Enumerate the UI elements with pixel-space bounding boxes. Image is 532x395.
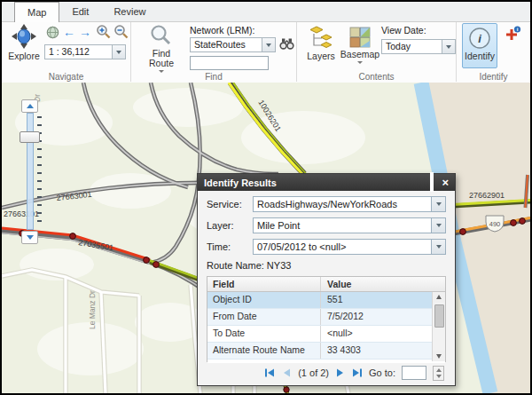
view-date-combobox[interactable]: Today bbox=[381, 39, 456, 54]
identify-results-dialog: Identify Results × Service: RoadsHighway… bbox=[197, 173, 456, 386]
binoculars-icon[interactable] bbox=[279, 37, 294, 54]
service-combobox[interactable]: RoadsHighways/NewYorkRoads bbox=[253, 196, 446, 212]
tab-edit[interactable]: Edit bbox=[59, 3, 101, 21]
app-window: Map Edit Review bbox=[0, 0, 532, 395]
last-page-icon[interactable] bbox=[352, 367, 363, 378]
goto-page-input[interactable] bbox=[402, 366, 426, 380]
goto-label: Go to: bbox=[369, 367, 395, 378]
route-label: 27035501 bbox=[78, 238, 114, 252]
svg-text:i: i bbox=[478, 32, 481, 45]
zoom-in-icon[interactable] bbox=[96, 24, 112, 43]
table-row[interactable]: Alternate Route Name 33 4303 bbox=[207, 343, 445, 359]
slider-track[interactable] bbox=[27, 113, 34, 230]
previous-page-icon[interactable] bbox=[281, 367, 292, 378]
chevron-down-icon[interactable] bbox=[262, 38, 275, 51]
table-header: Field Value bbox=[207, 277, 445, 292]
layer-combobox[interactable]: Mile Point bbox=[253, 217, 446, 233]
map-zoom-slider[interactable] bbox=[20, 99, 43, 247]
first-page-icon[interactable] bbox=[264, 367, 275, 378]
network-lrm-label: Network (LRM): bbox=[190, 25, 255, 36]
attributes-table: Field Value Object ID 551 From Date 7/5/… bbox=[207, 276, 446, 362]
magnifier-icon bbox=[150, 24, 173, 49]
basemap-button[interactable]: Basemap bbox=[341, 27, 379, 67]
globe-icon[interactable] bbox=[46, 26, 59, 43]
explore-icon bbox=[11, 23, 37, 51]
route-label: 27662901 bbox=[469, 191, 505, 200]
table-row[interactable]: From Date 7/5/2012 bbox=[207, 309, 445, 326]
layer-label: Layer: bbox=[207, 220, 253, 231]
tab-map[interactable]: Map bbox=[14, 2, 59, 22]
group-navigate: Explore ← → bbox=[2, 22, 131, 82]
group-contents: Layers Basemap bbox=[297, 22, 457, 82]
time-combobox[interactable]: 07/05/2012 to <null> bbox=[253, 239, 446, 255]
next-page-icon[interactable] bbox=[335, 367, 346, 378]
column-header-value[interactable]: Value bbox=[321, 277, 432, 291]
route-label: 27663001 bbox=[56, 190, 92, 202]
network-combobox[interactable]: StateRoutes bbox=[190, 37, 276, 52]
view-date-label: View Date: bbox=[381, 25, 426, 36]
group-label-find: Find bbox=[131, 72, 296, 82]
tab-bar: Map Edit Review bbox=[2, 2, 530, 22]
column-header-field[interactable]: Field bbox=[207, 277, 321, 291]
service-label: Service: bbox=[207, 199, 253, 209]
scroll-up-icon[interactable] bbox=[433, 292, 445, 303]
route-name-text: Route Name: NY33 bbox=[207, 260, 446, 271]
slider-up-button[interactable] bbox=[21, 99, 38, 113]
route-input[interactable] bbox=[190, 56, 269, 70]
chevron-down-icon[interactable] bbox=[112, 45, 125, 59]
time-label: Time: bbox=[207, 241, 253, 252]
table-scrollbar[interactable] bbox=[432, 292, 445, 361]
group-find: Find Route Network (LRM): StateRoutes bbox=[131, 22, 297, 82]
goto-spinner[interactable] bbox=[433, 366, 444, 381]
page-indicator: (1 of 2) bbox=[298, 367, 329, 378]
chevron-down-icon[interactable] bbox=[431, 218, 445, 233]
forward-arrow-button[interactable]: → bbox=[79, 25, 91, 39]
scale-combobox[interactable]: 1 : 36,112 bbox=[44, 44, 126, 59]
chevron-down-icon[interactable] bbox=[431, 197, 445, 211]
close-icon[interactable]: × bbox=[442, 177, 449, 188]
layers-button[interactable]: Layers bbox=[304, 26, 338, 61]
slider-down-button[interactable] bbox=[21, 231, 38, 244]
chevron-down-icon[interactable] bbox=[442, 40, 455, 53]
layers-icon bbox=[309, 26, 332, 51]
svg-text:490: 490 bbox=[489, 220, 501, 228]
maximize-icon[interactable] bbox=[430, 175, 434, 191]
tab-review[interactable]: Review bbox=[101, 3, 158, 21]
dialog-title: Identify Results bbox=[204, 178, 422, 188]
slider-thumb[interactable] bbox=[20, 131, 40, 143]
identify-icon: i bbox=[468, 27, 491, 51]
explore-button[interactable]: Explore bbox=[4, 23, 43, 61]
group-label-identify: Identify bbox=[457, 72, 530, 82]
group-label-contents: Contents bbox=[297, 72, 456, 82]
basemap-icon bbox=[349, 27, 371, 50]
table-row[interactable]: Object ID 551 bbox=[207, 292, 445, 309]
chevron-down-icon[interactable] bbox=[431, 240, 445, 254]
add-info-icon[interactable]: i bbox=[504, 26, 521, 45]
zoom-out-icon[interactable] bbox=[113, 24, 129, 43]
street-label: Le Manz Dr bbox=[88, 290, 97, 329]
scrollbar-thumb[interactable] bbox=[434, 304, 444, 328]
back-arrow-button[interactable]: ← bbox=[63, 25, 75, 39]
pagination-bar: (1 of 2) Go to: bbox=[207, 362, 446, 383]
group-label-navigate: Navigate bbox=[2, 72, 130, 82]
route-shield-490: 490 bbox=[486, 216, 504, 232]
identify-button[interactable]: i Identify bbox=[462, 23, 497, 68]
ribbon: Map Edit Review bbox=[2, 2, 530, 83]
scroll-down-icon[interactable] bbox=[433, 351, 445, 361]
dialog-titlebar[interactable]: Identify Results × bbox=[198, 174, 455, 191]
table-row[interactable]: To Date <null> bbox=[207, 326, 445, 343]
chevron-down-icon bbox=[357, 61, 363, 67]
group-identify: i Identify i Identify bbox=[457, 22, 530, 82]
find-route-button[interactable]: Find Route bbox=[142, 24, 181, 75]
table-row-partial bbox=[207, 359, 445, 363]
